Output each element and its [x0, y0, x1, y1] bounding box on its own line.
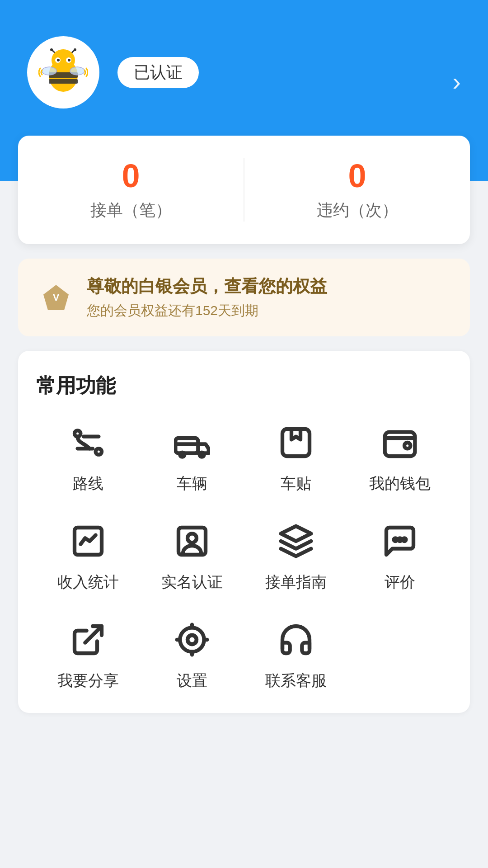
- review-icon: [378, 519, 422, 563]
- vip-diamond-icon: V: [43, 285, 69, 310]
- svg-point-5: [52, 49, 75, 71]
- verified-badge: 已认证: [117, 57, 199, 88]
- func-vehicle[interactable]: 车辆: [140, 421, 244, 494]
- svg-point-22: [188, 534, 197, 543]
- svg-point-10: [42, 67, 56, 75]
- func-route-label: 路线: [73, 473, 103, 494]
- member-text: 尊敬的白银会员，查看您的权益 您的会员权益还有152天到期: [87, 275, 327, 320]
- member-subtitle: 您的会员权益还有152天到期: [87, 302, 327, 320]
- func-share[interactable]: 我要分享: [36, 618, 140, 691]
- avatar[interactable]: [27, 36, 99, 108]
- func-wallet-label: 我的钱包: [369, 473, 431, 494]
- route-icon: [66, 421, 110, 464]
- func-guide[interactable]: 接单指南: [244, 519, 348, 593]
- svg-point-24: [399, 538, 402, 542]
- realname-icon: [170, 519, 214, 563]
- func-income[interactable]: 收入统计: [36, 519, 140, 593]
- orders-label: 接单（笔）: [18, 199, 244, 222]
- stat-orders: 0 接单（笔）: [18, 158, 244, 222]
- func-wallet[interactable]: 我的钱包: [348, 421, 452, 494]
- func-guide-label: 接单指南: [265, 572, 327, 593]
- func-settings[interactable]: 设置: [140, 618, 244, 691]
- guide-icon: [274, 519, 318, 563]
- orders-number: 0: [18, 158, 244, 194]
- svg-point-28: [180, 628, 204, 652]
- svg-point-9: [68, 59, 70, 61]
- profile-arrow[interactable]: ›: [452, 67, 461, 96]
- svg-rect-17: [282, 429, 310, 456]
- bee-icon: [38, 47, 88, 97]
- func-settings-label: 设置: [177, 670, 207, 691]
- income-icon: [66, 519, 110, 563]
- violations-label: 违约（次）: [244, 199, 470, 222]
- func-review-label: 评价: [385, 572, 415, 593]
- func-service[interactable]: 联系客服: [244, 618, 348, 691]
- functions-card: 常用功能 路线 车辆 车贴 我的钱包: [18, 351, 470, 713]
- svg-point-23: [394, 538, 397, 542]
- member-title: 尊敬的白银会员，查看您的权益: [87, 275, 327, 298]
- vip-icon: V: [40, 281, 72, 314]
- func-sticker[interactable]: 车贴: [244, 421, 348, 494]
- svg-point-1: [74, 48, 76, 51]
- svg-point-11: [70, 67, 84, 75]
- vehicle-icon: [170, 421, 214, 464]
- func-service-label: 联系客服: [265, 670, 327, 691]
- svg-rect-4: [49, 79, 78, 84]
- wallet-icon: [378, 421, 422, 464]
- svg-point-25: [403, 538, 406, 542]
- svg-point-19: [404, 443, 410, 448]
- svg-point-29: [188, 635, 197, 644]
- stat-violations: 0 违约（次）: [244, 158, 470, 222]
- functions-title: 常用功能: [36, 373, 452, 399]
- func-route[interactable]: 路线: [36, 421, 140, 494]
- func-income-label: 收入统计: [57, 572, 119, 593]
- svg-point-0: [50, 48, 53, 51]
- func-share-label: 我要分享: [57, 670, 119, 691]
- functions-grid: 路线 车辆 车贴 我的钱包 收入统计: [36, 421, 452, 691]
- func-realname-label: 实名认证: [161, 572, 223, 593]
- share-icon: [66, 618, 110, 661]
- func-review[interactable]: 评价: [348, 519, 452, 593]
- member-banner[interactable]: V 尊敬的白银会员，查看您的权益 您的会员权益还有152天到期: [18, 259, 470, 336]
- func-vehicle-label: 车辆: [177, 473, 207, 494]
- func-realname[interactable]: 实名认证: [140, 519, 244, 593]
- svg-line-26: [85, 626, 102, 643]
- func-sticker-label: 车贴: [281, 473, 311, 494]
- sticker-icon: [274, 421, 318, 464]
- service-icon: [274, 618, 318, 661]
- svg-point-13: [96, 449, 102, 455]
- stats-card: 0 接单（笔） 0 违约（次）: [18, 136, 470, 244]
- settings-icon: [170, 618, 214, 661]
- violations-number: 0: [244, 158, 470, 194]
- svg-point-8: [57, 59, 60, 61]
